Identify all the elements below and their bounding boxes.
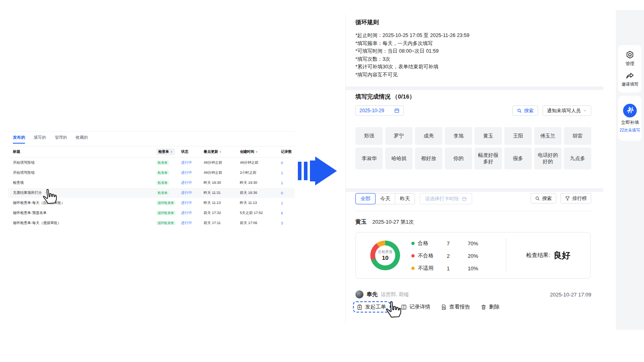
person-chip: 李淑华 xyxy=(355,148,383,169)
caret-down-icon: ▼ xyxy=(256,151,258,153)
donut-chart: 总检查项 10 xyxy=(370,241,400,270)
clock-period-picker[interactable]: 请选择打卡时段 xyxy=(420,193,472,204)
row-records-link[interactable]: 1 xyxy=(275,201,295,205)
settings-nut-icon xyxy=(625,50,634,59)
clock-period-placeholder: 请选择打卡时段 xyxy=(425,195,459,202)
create-ticket-label: 发起工单 xyxy=(365,303,386,311)
chevron-down-icon xyxy=(583,109,587,113)
row-updated: 49分钟之前 xyxy=(204,160,240,165)
delete-label: 删除 xyxy=(489,303,500,311)
tab-today[interactable]: 今天 xyxy=(375,193,395,204)
tab-yesterday[interactable]: 昨天 xyxy=(395,193,415,204)
screenshot-canvas: 发布的 填写的 管理的 收藏的 标题 检查单▼ 状态 最后更新 ▼ 创建时间 ▼… xyxy=(0,0,644,362)
hand-cursor-icon xyxy=(384,300,403,319)
manage-label: 管理 xyxy=(625,61,634,67)
section-divider xyxy=(346,188,603,192)
makeup-fill-button[interactable]: 补 xyxy=(623,104,637,117)
row-records-link[interactable]: 0 xyxy=(275,161,295,165)
submitter-name: 奉先 xyxy=(367,291,378,298)
table-row[interactable]: 循环检查单-每天（逐级审批） 循环检查单 进行中 前天 17:11 前天 17:… xyxy=(8,218,295,228)
donut-center: 总检查项 10 xyxy=(375,245,395,265)
row-records-link[interactable]: 6 xyxy=(275,211,295,215)
records-search-button[interactable]: 搜索 xyxy=(530,193,556,204)
header-checklist-filter[interactable]: 检查单▼ xyxy=(152,148,177,155)
tab-published[interactable]: 发布的 xyxy=(13,135,25,144)
ranking-label: 排行榜 xyxy=(572,195,587,202)
legend-dot xyxy=(411,254,415,257)
rules-text: *起止时间：2025-10-25 17:05 至 2025-11-26 23:5… xyxy=(355,32,469,79)
list-tabs: 发布的 填写的 管理的 收藏的 xyxy=(8,132,295,144)
avatar xyxy=(355,290,363,298)
header-created-sort[interactable]: 创建时间 ▼ xyxy=(240,149,275,154)
row-created: 昨天 11:13 xyxy=(240,200,275,206)
row-title: 循环检查单-每天（逐级审批） xyxy=(13,221,61,225)
tab-managed[interactable]: 管理的 xyxy=(55,135,67,144)
completion-section-title: 填写完成情况 （0/16） xyxy=(355,93,415,101)
result-label: 检查结果: xyxy=(526,252,550,259)
row-updated: 昨天 11:13 xyxy=(204,200,240,206)
row-title: 检查项 xyxy=(13,181,24,185)
row-created: 5天之前 17:52 xyxy=(240,210,275,216)
completion-date-picker[interactable]: 2025-10-29 xyxy=(355,105,404,116)
delete-button[interactable]: 删除 xyxy=(481,303,500,311)
table-header-row: 标题 检查单▼ 状态 最后更新 ▼ 创建时间 ▼ 记录数 xyxy=(8,146,295,158)
table-row[interactable]: 开始填写按钮 检查单 进行中 49分钟之前 2小时之前 1 xyxy=(8,168,295,178)
header-checklist-label: 检查单 xyxy=(158,149,169,154)
donut-legend: 合格 7 70% 不合格 2 20% 不适用 1 10% xyxy=(411,239,478,273)
row-records-link[interactable]: 1 xyxy=(275,181,295,185)
record-detail-button[interactable]: 记录详情 xyxy=(401,303,430,311)
rule-line: *填写次数：3次 xyxy=(355,56,469,64)
row-status: 进行中 xyxy=(177,180,204,185)
notify-unfilled-dropdown[interactable]: 通知未填写人员 xyxy=(543,105,591,116)
sidebar-card-makeup: 补 立即补填 22次未填写 xyxy=(618,96,642,141)
checklist-type-badge: 检查单 xyxy=(156,191,169,195)
completion-search-button[interactable]: 搜索 xyxy=(512,105,538,116)
header-status: 状态 xyxy=(177,149,204,154)
header-records: 记录数 xyxy=(275,149,295,154)
tab-filled[interactable]: 填写的 xyxy=(34,135,46,144)
create-ticket-button[interactable]: 发起工单 xyxy=(357,303,386,311)
rule-line: *填写内容互不可见 xyxy=(355,71,469,79)
rule-line: *累计可补填30次，表单结束前可补填 xyxy=(355,63,469,71)
person-chip: 黄玉 xyxy=(475,127,502,145)
table-row[interactable]: 循环检查单-预置名单 循环检查单 进行中 前天 17:32 5天之前 17:52… xyxy=(8,208,295,218)
tab-all[interactable]: 全部 xyxy=(355,193,376,204)
header-updated-sort[interactable]: 最后更新 ▼ xyxy=(204,149,240,154)
row-status: 进行中 xyxy=(177,160,204,165)
legend-label: 不合格 xyxy=(418,252,447,259)
notify-label: 通知未填写人员 xyxy=(547,107,581,114)
invite-label: 邀请填写 xyxy=(621,82,638,87)
ranking-button[interactable]: 排行榜 xyxy=(560,193,591,204)
rule-line: *填写频率：每天，一天内多次填写 xyxy=(355,40,469,48)
row-records-link[interactable]: 3 xyxy=(275,221,295,225)
row-updated: 昨天 19:30 xyxy=(204,180,240,185)
row-updated: 前天 17:32 xyxy=(204,210,240,216)
record-filter-tabs: 全部 今天 昨天 xyxy=(355,193,415,204)
submitter-department: 运营部, 前端 xyxy=(381,291,409,298)
action-sidebar: 管理 邀请填写 补 立即补填 22次未填写 xyxy=(616,10,644,330)
row-updated: 昨天 11:31 xyxy=(204,190,240,195)
legend-count: 1 xyxy=(447,265,468,272)
checklist-type-badge: 循环检查单 xyxy=(156,211,175,215)
result-value: 良好 xyxy=(553,250,570,261)
row-status: 进行中 xyxy=(177,190,204,195)
row-records-link[interactable]: 1 xyxy=(275,171,295,175)
view-report-button[interactable]: 查看报告 xyxy=(441,303,470,311)
checklist-detail-panel: 循环规则 *起止时间：2025-10-25 17:05 至 2025-11-26… xyxy=(345,14,603,324)
tab-favorites[interactable]: 收藏的 xyxy=(76,135,88,144)
legend-percent: 20% xyxy=(468,253,478,259)
row-status: 进行中 xyxy=(177,200,204,206)
invite-fill-button[interactable]: 邀请填写 xyxy=(621,72,638,87)
row-title: 开始填写按钮 xyxy=(13,160,35,165)
row-title: 循环检查单-预置名单 xyxy=(13,211,47,215)
table-row[interactable]: 开始填写按钮 检查单 进行中 49分钟之前 49分钟之前 0 xyxy=(8,158,295,168)
manage-button[interactable]: 管理 xyxy=(625,50,634,67)
person-chip: 幅度好很多好 xyxy=(475,148,502,169)
table-row[interactable]: 检查项 检查单 进行中 昨天 19:30 昨天 19:30 1 xyxy=(8,178,295,188)
makeup-count-link[interactable]: 22次未填写 xyxy=(619,128,640,133)
search-label: 搜索 xyxy=(524,107,534,114)
header-created-label: 创建时间 xyxy=(240,150,254,154)
row-records-link[interactable]: 0 xyxy=(275,191,295,195)
completion-date-value: 2025-10-29 xyxy=(359,108,384,113)
row-title: 无需结果项和打分 xyxy=(13,191,42,195)
